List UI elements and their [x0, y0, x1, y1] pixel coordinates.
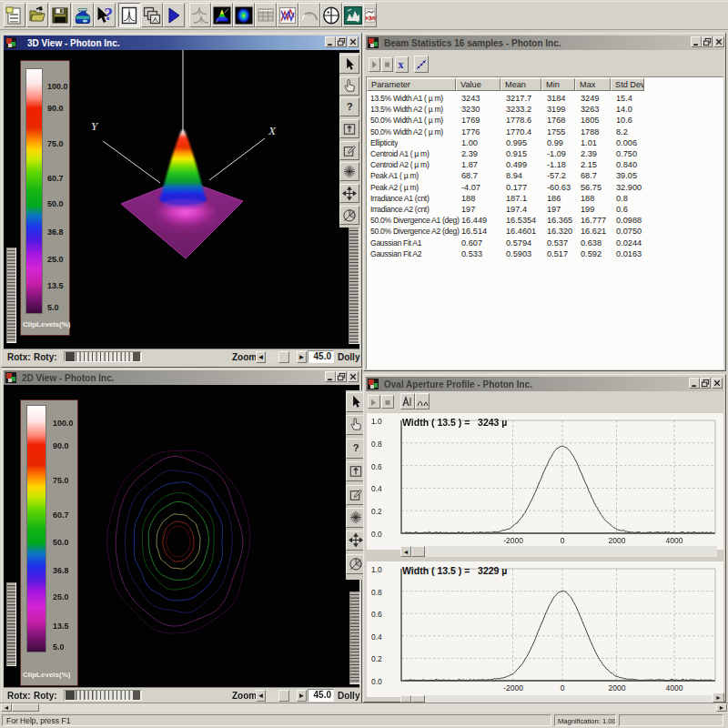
svg-text:x: x: [399, 58, 404, 71]
svg-text:X: X: [268, 124, 277, 137]
svg-text:Y: Y: [91, 119, 99, 133]
svg-text:?: ?: [353, 442, 359, 453]
svg-text:?: ?: [347, 101, 353, 112]
svg-text:KMf: KMf: [366, 15, 377, 21]
svg-text:?: ?: [105, 6, 114, 24]
